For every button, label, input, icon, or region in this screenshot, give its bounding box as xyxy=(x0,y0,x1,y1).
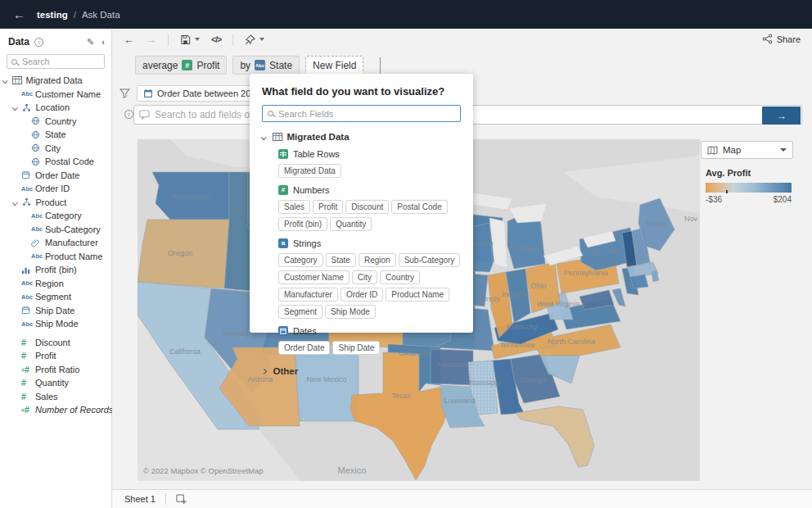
state-MI[interactable] xyxy=(508,215,545,269)
field-item-city[interactable]: City xyxy=(0,142,111,156)
query-phrase-bar: average#ProfitbyAbcState New Field xyxy=(135,56,381,75)
field-item-profit-ratio[interactable]: =#Profit Ratio xyxy=(0,363,111,377)
state-NM[interactable] xyxy=(295,347,359,421)
field-chip-postal-code[interactable]: Postal Code xyxy=(391,200,447,214)
globe-icon xyxy=(31,116,40,125)
field-item-postal-code[interactable]: Postal Code xyxy=(0,155,111,169)
field-item-sub-category[interactable]: AbcSub-Category xyxy=(0,223,111,237)
field-item-ship-date[interactable]: Ship Date xyxy=(0,304,111,318)
popup-search-input[interactable]: Search Fields xyxy=(262,105,461,122)
field-item-region[interactable]: AbcRegion xyxy=(0,277,111,291)
chevron-down-icon[interactable] xyxy=(2,78,7,83)
field-item-ship-mode[interactable]: AbcShip Mode xyxy=(0,317,111,331)
info-icon[interactable]: i xyxy=(124,110,133,119)
calculated-number-icon: =# xyxy=(21,365,29,374)
field-chip-state[interactable]: State xyxy=(326,253,356,267)
ask-data-app: ← testing / Ask Data Data i ✎ ‹ Search M… xyxy=(0,0,812,508)
calculated-number-icon: =# xyxy=(21,405,29,415)
query-chip-state[interactable]: byAbcState xyxy=(232,56,300,75)
field-chip-order-id[interactable]: Order ID xyxy=(341,288,383,302)
globe-icon xyxy=(31,157,40,166)
state-CT[interactable] xyxy=(630,274,648,288)
state-label-PA: Pennsylvania xyxy=(564,269,608,277)
color-legend: Avg. Profit -$36 $204 xyxy=(706,168,792,204)
field-item-order-id[interactable]: AbcOrder ID xyxy=(0,182,111,196)
chevron-down-icon[interactable] xyxy=(12,105,17,110)
back-arrow-icon[interactable]: ← xyxy=(13,7,25,21)
field-chip-discount[interactable]: Discount xyxy=(345,200,389,214)
field-chip-profit-bin-[interactable]: Profit (bin) xyxy=(278,217,327,231)
globe-icon xyxy=(31,143,40,152)
viz-type-selector[interactable]: Map xyxy=(701,141,793,159)
breadcrumb: testing / Ask Data xyxy=(37,10,120,20)
field-item-order-date[interactable]: Order Date xyxy=(0,169,111,183)
field-item-number-of-records[interactable]: =#Number of Records xyxy=(0,403,111,417)
embed-code-button[interactable]: </> xyxy=(211,34,221,44)
save-button[interactable] xyxy=(180,34,200,45)
share-button[interactable]: Share xyxy=(762,34,801,44)
calendar-icon xyxy=(21,170,30,179)
new-sheet-icon[interactable] xyxy=(176,494,187,505)
popup-other-row[interactable]: Other xyxy=(262,366,461,376)
field-item-quantity[interactable]: #Quantity xyxy=(0,376,111,390)
pin-button[interactable] xyxy=(245,34,264,45)
field-item-product-name[interactable]: AbcProduct Name xyxy=(0,250,111,264)
legend-title: Avg. Profit xyxy=(706,168,792,178)
field-item-product[interactable]: Product xyxy=(0,196,111,210)
field-search-input[interactable]: Search xyxy=(7,54,105,69)
toolbar: ← → </> Share xyxy=(112,29,812,50)
field-item-discount[interactable]: #Discount xyxy=(0,336,111,350)
popup-section-table-rows: Table Rows xyxy=(278,149,461,159)
field-chip-product-name[interactable]: Product Name xyxy=(386,288,449,302)
edit-pencil-icon[interactable]: ✎ xyxy=(87,37,94,48)
sheet-tab[interactable]: Sheet 1 xyxy=(124,494,156,504)
data-pane: Data i ✎ ‹ Search Migrated DataAbcCustom… xyxy=(0,29,112,508)
field-chip-quantity[interactable]: Quantity xyxy=(330,217,372,231)
globe-icon xyxy=(31,130,40,139)
field-chip-city[interactable]: City xyxy=(352,270,377,284)
field-item-customer-name[interactable]: AbcCustomer Name xyxy=(0,88,111,102)
field-item-profit[interactable]: #Profit xyxy=(0,349,111,363)
histogram-icon xyxy=(21,265,30,274)
field-item-manufacturer[interactable]: Manufacturer xyxy=(0,236,111,250)
popup-chips: Order DateShip Date xyxy=(278,341,470,355)
field-item-sales[interactable]: #Sales xyxy=(0,390,111,404)
undo-button[interactable]: ← xyxy=(124,34,134,46)
field-chip-manufacturer[interactable]: Manufacturer xyxy=(278,288,338,302)
redo-button[interactable]: → xyxy=(146,34,156,46)
field-item-category[interactable]: AbcCategory xyxy=(0,209,111,223)
new-field-chip[interactable]: New Field xyxy=(305,56,363,75)
query-chip-profit[interactable]: average#Profit xyxy=(135,56,227,75)
field-item-state[interactable]: State xyxy=(0,128,111,142)
field-chip-migrated-data[interactable]: Migrated Data xyxy=(278,164,341,178)
submit-query-button[interactable]: → xyxy=(762,107,801,125)
field-chip-country[interactable]: Country xyxy=(380,270,420,284)
field-chip-ship-mode[interactable]: Ship Mode xyxy=(325,305,376,319)
pin-icon xyxy=(245,34,255,45)
table-rows-icon xyxy=(278,149,288,159)
filter-funnel-icon xyxy=(120,88,130,98)
chevron-down-icon[interactable] xyxy=(12,200,17,205)
state-label-IN: Indiana xyxy=(502,290,526,298)
field-chip-profit[interactable]: Profit xyxy=(313,200,343,214)
abc-icon: Abc xyxy=(21,293,33,301)
field-chip-category[interactable]: Category xyxy=(278,253,323,267)
collapse-pane-icon[interactable]: ‹ xyxy=(102,37,105,47)
breadcrumb-workbook[interactable]: testing xyxy=(37,10,68,20)
field-chip-ship-date[interactable]: Ship Date xyxy=(332,341,380,355)
field-item-country[interactable]: Country xyxy=(0,115,111,129)
field-chip-segment[interactable]: Segment xyxy=(278,305,323,319)
field-chip-sub-category[interactable]: Sub-Category xyxy=(399,253,461,267)
field-item-segment[interactable]: AbcSegment xyxy=(0,290,111,304)
field-chip-customer-name[interactable]: Customer Name xyxy=(278,270,350,284)
info-icon[interactable]: i xyxy=(34,38,43,47)
popup-datasource-row[interactable]: Migrated Data xyxy=(262,132,461,142)
field-chip-region[interactable]: Region xyxy=(359,253,396,267)
field-item-profit-bin-[interactable]: Profit (bin) xyxy=(0,263,111,277)
save-icon xyxy=(180,34,191,45)
field-chip-sales[interactable]: Sales xyxy=(278,200,310,214)
legend-gradient[interactable] xyxy=(706,183,792,193)
field-item-migrated-data[interactable]: Migrated Data xyxy=(0,74,111,88)
field-item-location[interactable]: Location xyxy=(0,101,111,115)
field-chip-order-date[interactable]: Order Date xyxy=(278,341,330,355)
